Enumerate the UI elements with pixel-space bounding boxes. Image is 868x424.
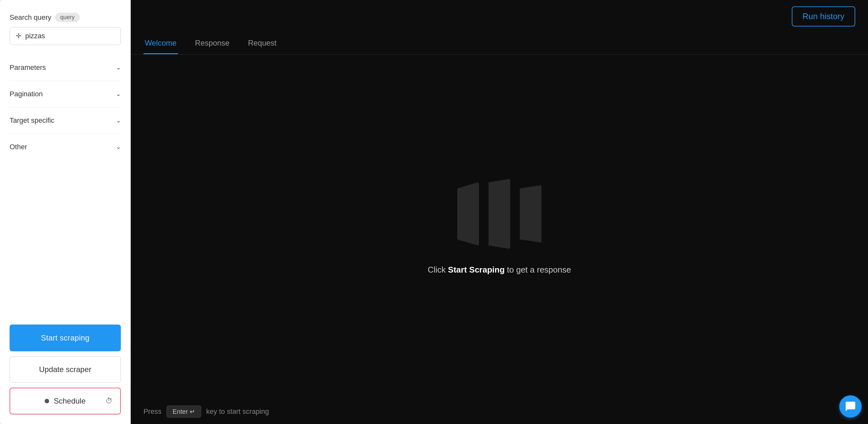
tab-response[interactable]: Response — [194, 33, 231, 54]
search-input-wrapper: ✛ — [9, 27, 121, 45]
enter-badge: Enter ↵ — [166, 405, 201, 418]
welcome-bold: Start Scraping — [448, 265, 505, 274]
key-text: key to start scraping — [206, 407, 269, 416]
search-query-label: Search query — [9, 13, 51, 22]
chevron-down-icon-pagination: ⌄ — [116, 91, 121, 98]
enter-label: Enter ↵ — [173, 408, 195, 415]
accordion-item-pagination[interactable]: Pagination ⌄ — [9, 81, 121, 107]
left-panel: Search query query ✛ Parameters ⌄ Pagina… — [0, 0, 131, 424]
bottom-bar: Press Enter ↵ key to start scraping — [131, 399, 868, 424]
schedule-dot-icon — [44, 399, 49, 403]
tab-welcome[interactable]: Welcome — [144, 33, 178, 54]
deco-shape-1 — [457, 182, 479, 246]
chat-icon — [845, 401, 856, 412]
accordion-label-parameters: Parameters — [9, 63, 46, 72]
top-bar: Run history — [131, 0, 868, 33]
query-badge: query — [55, 13, 80, 22]
button-section: Start scraping Update scraper Schedule ⏱ — [9, 325, 121, 415]
clock-icon: ⏱ — [105, 397, 113, 405]
accordion-label-other: Other — [9, 143, 27, 151]
deco-shape-3 — [520, 182, 541, 246]
welcome-prefix: Click — [428, 265, 448, 274]
chevron-down-icon-parameters: ⌄ — [116, 64, 121, 71]
run-history-button[interactable]: Run history — [792, 6, 856, 27]
search-input[interactable] — [25, 32, 115, 40]
decorative-graphic — [457, 179, 541, 249]
start-scraping-button[interactable]: Start scraping — [9, 325, 121, 351]
main-content: Click Start Scraping to get a response — [131, 55, 868, 399]
welcome-suffix: to get a response — [505, 265, 571, 274]
accordion-item-other[interactable]: Other ⌄ — [9, 134, 121, 160]
chevron-down-icon-target-specific: ⌄ — [116, 117, 121, 124]
chat-button[interactable] — [839, 395, 862, 418]
press-text: Press — [144, 407, 161, 416]
chevron-down-icon-other: ⌄ — [116, 143, 121, 151]
welcome-message: Click Start Scraping to get a response — [428, 265, 571, 275]
accordion-section: Parameters ⌄ Pagination ⌄ Target specifi… — [9, 55, 121, 160]
search-query-label-row: Search query query — [9, 13, 121, 22]
tab-request[interactable]: Request — [247, 33, 278, 54]
deco-shape-2 — [489, 179, 510, 249]
schedule-button[interactable]: Schedule ⏱ — [9, 388, 121, 415]
schedule-label: Schedule — [54, 397, 86, 405]
accordion-item-parameters[interactable]: Parameters ⌄ — [9, 55, 121, 81]
right-panel: Run history Welcome Response Request Cli… — [131, 0, 868, 424]
accordion-item-target-specific[interactable]: Target specific ⌄ — [9, 107, 121, 134]
accordion-label-target-specific: Target specific — [9, 117, 55, 125]
search-query-section: Search query query ✛ — [9, 13, 121, 45]
crosshair-icon: ✛ — [16, 32, 21, 40]
accordion-label-pagination: Pagination — [9, 90, 43, 98]
tabs-bar: Welcome Response Request — [131, 33, 868, 55]
update-scraper-button[interactable]: Update scraper — [9, 356, 121, 383]
